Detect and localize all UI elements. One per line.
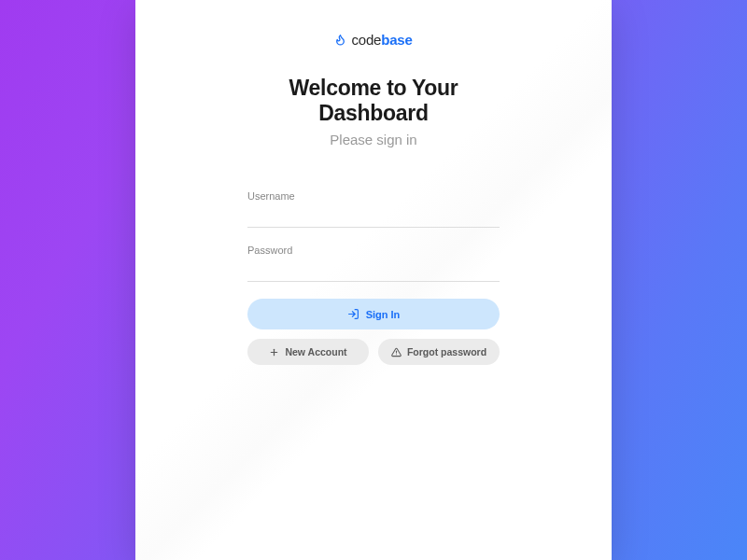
new-account-label: New Account: [285, 346, 346, 357]
brand-logo: codebase: [247, 32, 500, 48]
plus-icon: [269, 347, 279, 357]
username-field-group: Username: [247, 190, 500, 228]
brand-text: codebase: [351, 32, 412, 48]
signin-icon: [347, 308, 359, 320]
username-label: Username: [247, 190, 500, 207]
login-card: codebase Welcome to Your Dashboard Pleas…: [135, 0, 612, 560]
username-input[interactable]: [247, 207, 500, 228]
flame-icon: [334, 34, 346, 46]
forgot-password-label: Forgot password: [407, 346, 486, 357]
password-input[interactable]: [247, 261, 500, 282]
new-account-button[interactable]: New Account: [247, 339, 369, 365]
signin-button-label: Sign In: [366, 309, 401, 320]
signin-button[interactable]: Sign In: [247, 299, 500, 329]
warning-icon: [391, 347, 402, 357]
secondary-actions: New Account Forgot password: [247, 339, 500, 365]
page-title: Welcome to Your Dashboard: [247, 76, 500, 126]
login-form: Username Password Sign In New Account: [247, 190, 500, 365]
password-field-group: Password: [247, 245, 500, 282]
password-label: Password: [247, 245, 500, 261]
forgot-password-button[interactable]: Forgot password: [378, 339, 500, 365]
page-subtitle: Please sign in: [247, 132, 500, 147]
